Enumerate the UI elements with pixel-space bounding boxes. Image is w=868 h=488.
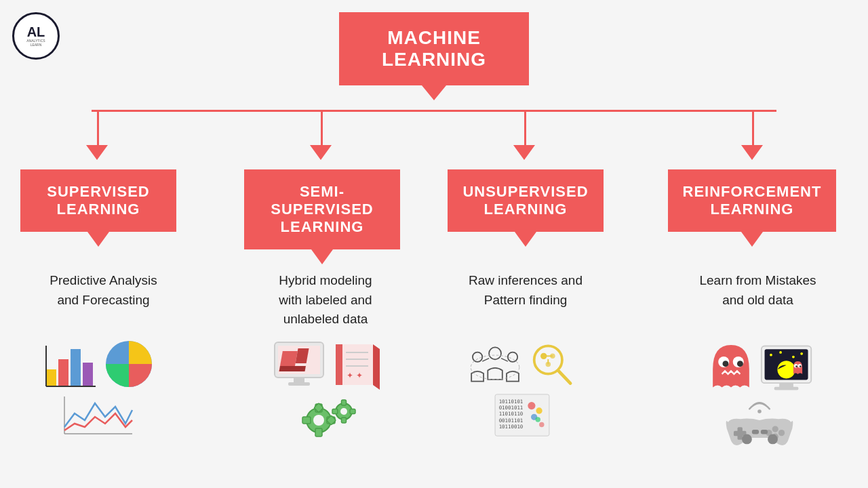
supervised-learning-box: SUPERVISED LEARNING xyxy=(20,169,176,232)
icons-semi: ✦ ✦ xyxy=(251,339,400,441)
svg-rect-32 xyxy=(342,400,347,405)
svg-point-86 xyxy=(768,434,778,445)
svg-point-63 xyxy=(736,361,743,367)
svg-rect-34 xyxy=(332,409,338,414)
gears-icon xyxy=(288,396,363,441)
desc-unsupervised: Raw inferences andPattern finding xyxy=(434,271,617,310)
svg-point-80 xyxy=(778,430,785,436)
svg-rect-17 xyxy=(336,344,342,385)
game-screen-icon xyxy=(758,341,816,395)
arrow-unsupervised xyxy=(513,145,535,160)
arrow-semi xyxy=(310,145,332,160)
logo-subtitle: ANALYTICSLEARN xyxy=(26,39,45,47)
desc-semi: Hybrid modelingwith labeled andunlabeled… xyxy=(234,271,417,329)
svg-rect-83 xyxy=(752,430,759,434)
unsupervised-box: UNSUPERVISED LEARNING xyxy=(448,169,604,232)
svg-point-62 xyxy=(722,361,728,367)
svg-rect-1 xyxy=(58,359,68,386)
svg-line-40 xyxy=(501,359,508,361)
svg-text:10110101: 10110101 xyxy=(499,399,524,405)
svg-text:00101101: 00101101 xyxy=(499,418,524,424)
svg-point-38 xyxy=(507,352,517,362)
vline-reinforcement xyxy=(752,110,754,147)
svg-point-69 xyxy=(800,352,803,354)
svg-text:✦ ✦: ✦ ✦ xyxy=(347,371,362,380)
logo: AL ANALYTICSLEARN xyxy=(12,12,60,60)
svg-point-85 xyxy=(742,434,752,445)
line-chart-icon xyxy=(61,393,136,437)
icons-reinforcement xyxy=(678,339,841,451)
desc-reinforcement: Learn from Mistakesand old data xyxy=(665,271,851,310)
svg-point-67 xyxy=(779,351,782,354)
svg-rect-75 xyxy=(774,386,798,390)
svg-point-55 xyxy=(528,402,535,409)
vline-supervised xyxy=(97,110,99,147)
svg-point-37 xyxy=(472,352,481,362)
svg-point-66 xyxy=(770,353,772,356)
svg-point-76 xyxy=(757,409,762,413)
svg-rect-14 xyxy=(294,378,304,383)
search-magnify-icon xyxy=(524,339,578,390)
pie-chart-icon xyxy=(104,339,155,390)
svg-point-73 xyxy=(799,365,801,367)
svg-point-72 xyxy=(795,365,797,367)
svg-rect-26 xyxy=(302,417,311,424)
svg-text:01001011: 01001011 xyxy=(499,405,524,411)
svg-rect-3 xyxy=(83,363,93,386)
diagram-container: AL ANALYTICSLEARN MACHINE LEARNING SUPER… xyxy=(0,0,868,488)
svg-text:10110010: 10110010 xyxy=(499,424,524,430)
binary-data-icon: 10110101 01001011 11010110 00101101 1011… xyxy=(492,393,553,437)
arrow-reinforcement xyxy=(741,145,763,160)
svg-point-31 xyxy=(340,408,347,415)
ghost-icon xyxy=(704,339,758,396)
cluster-icon xyxy=(467,339,524,390)
gamepad-icon xyxy=(715,400,804,451)
machine-learning-box: MACHINE LEARNING xyxy=(339,12,529,85)
bar-chart-icon xyxy=(43,339,104,390)
svg-rect-15 xyxy=(288,382,310,386)
svg-rect-74 xyxy=(779,383,793,388)
svg-rect-25 xyxy=(315,428,322,436)
svg-rect-2 xyxy=(71,349,81,386)
svg-point-58 xyxy=(539,422,544,427)
svg-rect-11 xyxy=(280,351,298,366)
horizontal-connector xyxy=(92,110,776,112)
svg-point-36 xyxy=(489,347,501,359)
svg-rect-0 xyxy=(46,369,56,386)
svg-line-43 xyxy=(558,371,570,384)
icons-unsupervised: 10110101 01001011 11010110 00101101 1011… xyxy=(454,339,590,437)
svg-point-56 xyxy=(536,407,542,413)
desc-supervised: Predictive Analysisand Forecasting xyxy=(14,271,193,310)
svg-text:11010110: 11010110 xyxy=(499,411,524,417)
semi-supervised-box: SEMI- SUPERVISED LEARNING xyxy=(244,169,400,249)
svg-point-23 xyxy=(313,415,324,426)
svg-rect-13 xyxy=(279,366,306,371)
icons-supervised xyxy=(20,339,176,437)
computer-icon xyxy=(271,339,329,393)
book-icon: ✦ ✦ xyxy=(329,339,380,393)
svg-rect-33 xyxy=(342,418,347,423)
svg-point-59 xyxy=(536,417,540,422)
svg-point-68 xyxy=(792,355,795,358)
svg-line-39 xyxy=(482,359,489,361)
svg-rect-35 xyxy=(350,409,355,414)
reinforcement-box: REINFORCEMENT LEARNING xyxy=(668,169,836,232)
vline-semi xyxy=(321,110,323,147)
logo-letters: AL xyxy=(27,25,45,39)
vline-unsupervised xyxy=(524,110,526,147)
svg-rect-84 xyxy=(761,430,768,434)
arrow-supervised xyxy=(86,145,108,160)
svg-point-79 xyxy=(772,426,778,432)
